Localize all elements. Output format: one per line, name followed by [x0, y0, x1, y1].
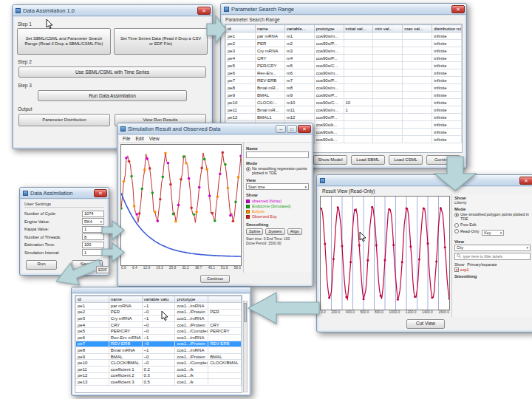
close-icon[interactable]: ✕ — [197, 7, 211, 15]
cut-view-button[interactable]: Cut View — [406, 319, 445, 329]
table-row[interactable]: pe2PERm2cos90s/P...infinite — [226, 40, 462, 47]
minimize-icon[interactable]: – — [276, 125, 286, 133]
column-header[interactable]: variable valu — [142, 296, 175, 303]
table-cell: PER — [208, 309, 242, 316]
table-row[interactable]: pe9BMALm9cos90s/P...infinite — [226, 92, 462, 99]
field-select[interactable]: RK4 — [82, 218, 104, 225]
key-select[interactable]: Key ▾ — [482, 230, 504, 236]
menu-view[interactable]: View — [149, 136, 160, 141]
titlebar[interactable]: Parameter Search Range ✕ — [221, 4, 466, 15]
field-label: Engine Value: — [24, 219, 50, 224]
radio-read-only[interactable]: Read-Only Key ▾ — [454, 229, 531, 236]
titlebar[interactable]: Data Assimilation ✕ — [20, 188, 109, 199]
radio-free-edit[interactable]: Free Edit — [454, 222, 531, 228]
table-row[interactable]: pe9BMAL~0cos1.../ProteinBMAL — [76, 353, 242, 360]
filter-input[interactable] — [463, 254, 528, 259]
table-row[interactable]: pe4CRY~0cos1.../ProteinCRY — [76, 321, 242, 328]
table-row[interactable]: pe4CRYm4cos90s/P...infinite — [226, 55, 462, 62]
filter-searchbox[interactable] — [454, 253, 531, 260]
close-icon[interactable]: ✕ — [519, 177, 532, 185]
field-input[interactable]: 1074 — [82, 211, 104, 217]
load-csml-button[interactable]: Load CSML — [389, 155, 423, 165]
table-row[interactable]: pe1par mRNAm1cos90s/m...infinite — [226, 33, 462, 40]
column-header[interactable]: initial val... — [344, 25, 373, 33]
titlebar[interactable]: ✕ — [317, 175, 532, 186]
series-legend: observed (Noisy)Endocrine (Simulated)Ecl… — [246, 198, 309, 219]
city-select[interactable]: City ▾ — [454, 245, 531, 251]
menu-edit[interactable]: Edit — [135, 136, 143, 141]
legend-item[interactable]: Endocrine (Simulated) — [246, 204, 309, 208]
titlebar[interactable]: Simulation Result and Observed Data – □ … — [117, 123, 313, 134]
table-row[interactable]: pe2PER~0cos1.../ProteinPER — [76, 309, 242, 316]
column-header[interactable]: name — [109, 296, 142, 303]
use-sbml-button[interactable]: Use SBML/CSML with Time Series — [18, 66, 206, 78]
radio-no-smoothing[interactable]: No smoothing regression points plotted i… — [246, 166, 309, 175]
set-model-button[interactable]: Set SBML/CSML and Parameter Search Range… — [17, 28, 111, 55]
table-row[interactable]: pe5PER/CRY~0cos1.../ComplexPER/CRY — [76, 328, 242, 335]
table-cell: pe12 — [76, 372, 109, 379]
align-button[interactable]: Align — [287, 228, 302, 235]
run-data-assimilation-button[interactable]: Run Data Assimilation — [38, 90, 187, 101]
view-select[interactable]: Start time ▾ — [246, 183, 309, 190]
column-header[interactable]: id — [226, 25, 256, 33]
name-input[interactable] — [246, 151, 309, 158]
view-mode-label: Result View (Read-Only) — [318, 187, 532, 194]
table-cell: ~0 — [142, 353, 175, 360]
table-row[interactable]: pe13coefficient 30.5cos1.../k — [76, 379, 242, 386]
menu-file[interactable]: File — [123, 136, 130, 141]
titlebar[interactable]: Data Assimilation 1.0 ✕ — [13, 5, 212, 16]
titlebar[interactable] — [72, 287, 250, 293]
table-row[interactable]: pe12coefficient 20.3cos1.../k — [76, 372, 242, 379]
table-cell — [403, 99, 432, 106]
field-input[interactable]: 8 — [82, 233, 104, 240]
show-label: Show — [246, 193, 309, 197]
column-header[interactable]: min val... — [373, 25, 403, 33]
load-sbml-button[interactable]: Load SBML — [351, 155, 385, 165]
table-row[interactable]: pe12BMAL1m12cos90s/P...infinite — [226, 114, 462, 121]
close-icon[interactable]: ✕ — [451, 5, 465, 13]
table-row[interactable]: pe1par mRNA~1cos1.../mRNA — [76, 303, 242, 310]
table-row[interactable]: pe10CLOCK/BMAL~0cos1.../ComplexCLOCK/BMA… — [76, 360, 242, 366]
field-input[interactable]: 100 — [82, 242, 104, 248]
table-row[interactable]: pe3Cry mRNA~1cos1.../mRNA — [76, 316, 242, 322]
legend-item[interactable]: Observed Exp — [246, 214, 309, 219]
table-row[interactable]: pe7REV-ERB~0cos1.../ProteinREV-ERB — [76, 341, 242, 347]
table-row[interactable]: pe3Cry mRNAm3cos90s/m...infinite — [226, 47, 462, 55]
field-input[interactable]: 1 — [82, 226, 104, 233]
spline-button[interactable]: Spline — [246, 228, 263, 235]
close-icon[interactable]: ✕ — [298, 125, 311, 133]
exp1-checkbox-row[interactable]: ✕ exp1 — [454, 267, 531, 272]
continue-button[interactable]: Continue — [200, 275, 230, 283]
column-header[interactable]: name — [255, 25, 284, 33]
column-header[interactable]: prototype — [175, 296, 208, 303]
set-timeseries-button[interactable]: Set Time Series Data (Read if Drop a CSV… — [114, 28, 208, 55]
table-row[interactable]: pe5PER/CRYm5cos90s/C...infinite — [226, 62, 462, 69]
column-header[interactable] — [208, 296, 242, 303]
show-model-button[interactable]: Show Model — [313, 155, 347, 165]
close-icon[interactable]: ✕ — [94, 189, 107, 197]
table-row[interactable]: pe11coefficient 10.2cos1.../k — [76, 366, 242, 372]
table-row[interactable]: pe8Bmal mR...m8cos90s/m...infinite — [226, 84, 462, 92]
column-header[interactable]: max val... — [403, 25, 432, 33]
parameter-distribution-button[interactable]: Parameter Distribution — [18, 114, 110, 126]
table-row[interactable]: pe6Rev-Erv...m6cos90s/m...infinite — [226, 69, 462, 77]
table-cell — [344, 136, 373, 143]
vertical-scrollbar[interactable] — [243, 301, 248, 392]
column-header[interactable]: variable... — [284, 25, 314, 33]
column-header[interactable]: prototype — [314, 25, 344, 33]
system-button[interactable]: System — [265, 228, 284, 235]
radio-smoothed-polygon[interactable]: Use smoothed polygon points plotted in T… — [454, 212, 531, 221]
table-row[interactable]: pe8Bmal mRNA~1cos1.../mRNA — [76, 347, 242, 354]
column-header[interactable]: id — [76, 296, 109, 303]
window-icon — [320, 178, 325, 183]
table-row[interactable]: pe7REV-ERBm7cos90s/P...infinite — [226, 77, 462, 84]
table-row[interactable]: pe6Rev-Erv mRNA~1cos1.../mRNA — [76, 334, 242, 341]
table-cell: pe7 — [76, 341, 109, 347]
column-header[interactable]: distribution rule — [432, 25, 462, 33]
maximize-icon[interactable]: □ — [287, 125, 297, 133]
legend-item[interactable]: observed (Noisy) — [246, 199, 309, 203]
table-row[interactable]: pe10CLOCK/...m10cos90s/C...10infinite — [226, 99, 462, 106]
scrollbar-thumb[interactable] — [244, 303, 247, 322]
legend-item[interactable]: Eclipse — [246, 209, 309, 214]
table-row[interactable]: pe11Bmal mR...m11cos90s/m...1infinite — [226, 106, 462, 114]
